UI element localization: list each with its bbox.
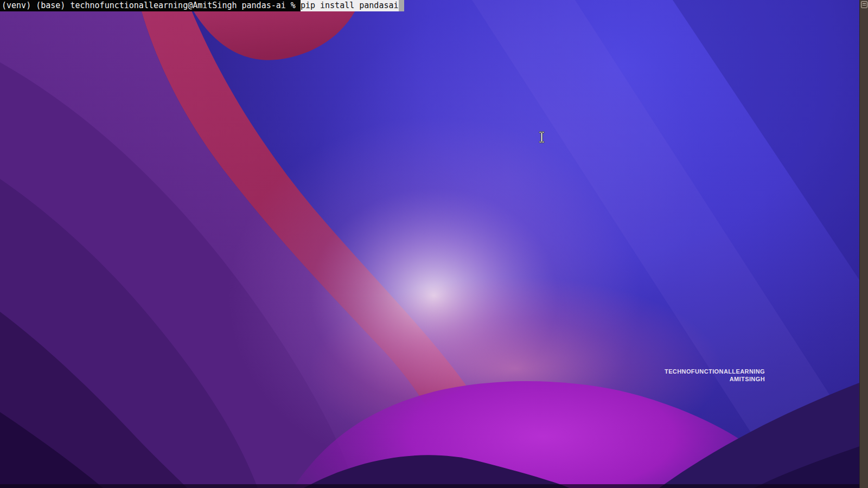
watermark-line1: TECHNOFUNCTIONALLEARNING	[665, 368, 765, 376]
watermark: TECHNOFUNCTIONALLEARNING AMITSINGH	[665, 368, 765, 383]
terminal-selected-command: pip install pandasai	[301, 0, 399, 11]
watermark-line2: AMITSINGH	[665, 376, 765, 383]
scrollbar-top-button[interactable]	[861, 1, 867, 8]
wallpaper-bottom-edge-shade	[0, 484, 868, 488]
desktop-wallpaper	[0, 0, 868, 488]
i-beam-cursor	[539, 131, 545, 143]
grid-lines-icon	[863, 3, 866, 7]
terminal-prompt-line[interactable]: (venv) (base) technofunctionallearning@A…	[0, 0, 404, 11]
terminal-block-cursor	[399, 0, 404, 11]
terminal-prompt-text: (venv) (base) technofunctionallearning@A…	[0, 0, 301, 11]
scrollbar[interactable]	[859, 0, 868, 488]
